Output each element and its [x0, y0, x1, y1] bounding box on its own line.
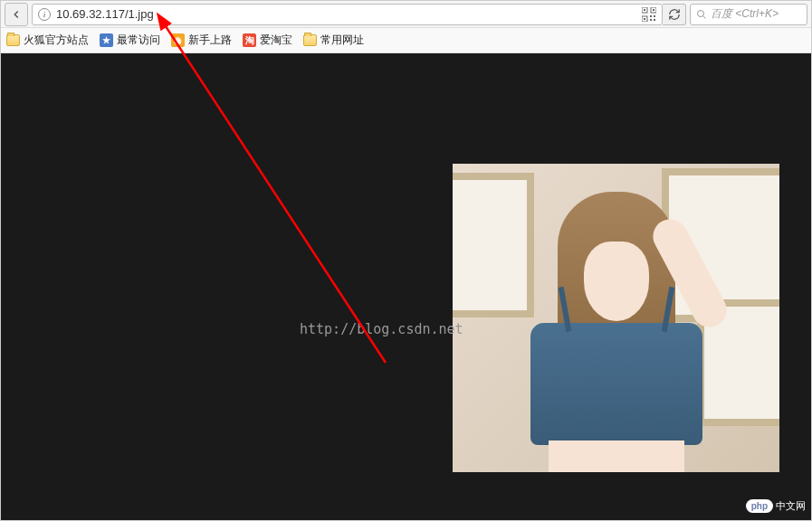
content-area: http://blog.csdn.net — [1, 53, 811, 520]
globe-icon: ◉ — [171, 33, 185, 47]
svg-point-10 — [698, 10, 704, 16]
bookmark-label: 新手上路 — [188, 33, 232, 48]
blog-watermark: http://blog.csdn.net — [300, 321, 463, 337]
svg-rect-8 — [650, 19, 652, 21]
reload-icon — [668, 8, 681, 21]
php-badge: php — [746, 499, 773, 513]
bookmark-firefox-official[interactable]: 火狐官方站点 — [6, 33, 89, 48]
cn-text: 中文网 — [776, 499, 806, 513]
folder-icon — [6, 34, 20, 46]
svg-line-11 — [703, 15, 706, 18]
svg-rect-7 — [654, 15, 655, 17]
qr-code-icon[interactable] — [642, 7, 656, 22]
bookmark-label: 火狐官方站点 — [24, 33, 89, 48]
displayed-image — [453, 164, 779, 472]
bookmarks-bar: 火狐官方站点 ★ 最常访问 ◉ 新手上路 淘 爱淘宝 常用网址 — [1, 28, 811, 53]
search-placeholder: 百度 <Ctrl+K> — [711, 6, 779, 22]
url-text: 10.69.32.117/1.jpg — [56, 7, 636, 21]
site-info-icon[interactable]: i — [38, 8, 51, 21]
bookmark-label: 爱淘宝 — [260, 33, 292, 48]
figure — [499, 183, 734, 472]
bookmark-most-visited[interactable]: ★ 最常访问 — [100, 33, 160, 48]
reload-button[interactable] — [663, 4, 686, 25]
address-input[interactable]: i 10.69.32.117/1.jpg — [32, 4, 663, 25]
bookmark-label: 常用网址 — [320, 33, 364, 48]
bookmark-common-sites[interactable]: 常用网址 — [303, 33, 364, 48]
bookmark-label: 最常访问 — [117, 33, 160, 48]
arrow-left-icon — [10, 8, 23, 21]
back-button[interactable] — [5, 3, 28, 26]
url-bar: i 10.69.32.117/1.jpg 百度 <Ctrl+K> — [1, 1, 811, 28]
corner-watermark: php 中文网 — [746, 499, 806, 513]
svg-rect-1 — [644, 9, 645, 11]
svg-rect-6 — [650, 15, 652, 17]
magnifier-icon — [696, 9, 707, 20]
bookmark-getting-started[interactable]: ◉ 新手上路 — [171, 33, 232, 48]
folder-icon — [303, 34, 317, 46]
bookmark-taobao[interactable]: 淘 爱淘宝 — [243, 33, 292, 48]
taobao-icon: 淘 — [243, 33, 256, 47]
star-icon: ★ — [100, 33, 113, 47]
search-input[interactable]: 百度 <Ctrl+K> — [690, 4, 807, 25]
svg-rect-9 — [654, 19, 655, 21]
svg-rect-3 — [653, 9, 654, 11]
svg-rect-5 — [644, 18, 645, 20]
